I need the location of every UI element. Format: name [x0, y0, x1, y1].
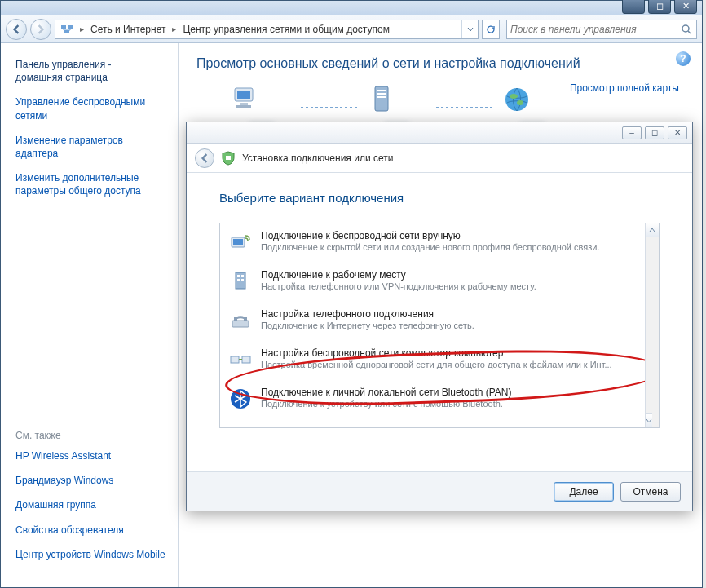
workplace-icon	[228, 269, 253, 294]
option-desc: Подключение к устройству или сети с помо…	[261, 399, 512, 409]
wizard-close-button[interactable]: ✕	[668, 126, 687, 139]
scroll-down-button[interactable]	[646, 413, 652, 427]
scroll-up-button[interactable]	[646, 223, 659, 237]
search-icon[interactable]	[680, 24, 693, 35]
sidebar-link-wireless[interactable]: Управление беспроводными сетями	[15, 95, 166, 122]
svg-rect-20	[241, 275, 244, 277]
back-button[interactable]	[6, 19, 27, 40]
internet-icon	[500, 82, 534, 117]
scrollbar[interactable]	[645, 223, 659, 427]
chevron-right-icon: ▸	[170, 24, 178, 33]
svg-rect-6	[240, 103, 248, 105]
svg-rect-0	[61, 25, 66, 29]
address-dropdown-button[interactable]	[461, 20, 478, 38]
svg-rect-10	[377, 93, 386, 95]
help-icon[interactable]: ?	[676, 51, 691, 66]
wizard-body: Выберите вариант подключения Подключение…	[187, 173, 692, 471]
option-title: Подключение к личной локальной сети Blue…	[261, 387, 512, 398]
option-workplace[interactable]: Подключение к рабочему месту Настройка т…	[220, 263, 659, 302]
see-also-browser-props[interactable]: Свойства обозревателя	[15, 524, 166, 537]
wizard-back-button[interactable]	[195, 148, 214, 168]
minimize-button[interactable]: –	[622, 0, 645, 14]
this-computer-icon	[229, 82, 263, 117]
svg-point-3	[682, 25, 689, 32]
breadcrumb-segment-1[interactable]: Сеть и Интернет	[86, 20, 170, 38]
option-manual-wireless[interactable]: Подключение к беспроводной сети вручную …	[220, 223, 659, 263]
sidebar-link-adapter[interactable]: Изменение параметров адаптера	[15, 134, 166, 160]
maximize-button[interactable]: ◻	[648, 0, 671, 14]
svg-point-13	[510, 94, 518, 99]
window-titlebar: – ◻ ✕	[1, 1, 702, 15]
phone-icon	[228, 308, 253, 333]
sidebar-link-sharing[interactable]: Изменить дополнительные параметры общего…	[15, 171, 166, 197]
svg-rect-9	[377, 90, 386, 91]
svg-rect-18	[236, 272, 245, 289]
search-input[interactable]	[510, 24, 680, 35]
option-title: Настройка беспроводной сети компьютер-ко…	[261, 347, 612, 359]
option-desc: Настройка телефонного или VPN-подключени…	[261, 281, 536, 291]
sidebar: Панель управления - домашняя страница Уп…	[1, 43, 179, 587]
svg-rect-26	[231, 356, 239, 363]
navigation-bar: ▸ Сеть и Интернет ▸ Центр управления сет…	[1, 15, 702, 43]
close-button[interactable]: ✕	[674, 0, 697, 14]
wizard-footer: Далее Отмена	[187, 471, 692, 511]
svg-rect-19	[237, 275, 240, 277]
network-icon	[364, 82, 399, 117]
option-adhoc[interactable]: Настройка беспроводной сети компьютер-ко…	[220, 341, 659, 380]
wizard-header-title: Установка подключения или сети	[242, 153, 393, 164]
svg-point-14	[517, 100, 523, 105]
page-heading: Просмотр основных сведений о сети и наст…	[196, 56, 684, 71]
search-box[interactable]	[506, 20, 697, 39]
svg-rect-23	[232, 321, 249, 327]
breadcrumb-label: Центр управления сетями и общим доступом	[183, 24, 390, 35]
shield-icon	[221, 151, 236, 166]
see-also-hp-wireless[interactable]: HP Wireless Assistant	[15, 449, 166, 462]
wizard-maximize-button[interactable]: ◻	[645, 126, 664, 139]
full-map-link[interactable]: Просмотр полной карты	[570, 82, 679, 94]
sidebar-home[interactable]: Панель управления - домашняя страница	[15, 58, 166, 84]
svg-rect-15	[226, 156, 231, 160]
svg-rect-5	[237, 91, 250, 99]
connection-option-list: Подключение к беспроводной сети вручную …	[219, 223, 660, 428]
connection-wizard-dialog: – ◻ ✕ Установка подключения или сети Выб…	[186, 122, 693, 511]
svg-point-12	[505, 88, 528, 111]
refresh-button[interactable]	[482, 20, 500, 39]
see-also-windows-mobile[interactable]: Центр устройств Windows Mobile	[15, 548, 166, 561]
wireless-icon	[228, 230, 253, 254]
svg-rect-7	[236, 105, 251, 108]
option-dialup[interactable]: Настройка телефонного подключения Подклю…	[220, 302, 659, 341]
option-desc: Подключение к Интернету через телефонную…	[261, 321, 474, 330]
breadcrumb-label: Сеть и Интернет	[90, 24, 165, 35]
option-desc: Настройка временной одноранговой сети дл…	[261, 360, 612, 369]
wizard-heading: Выберите вариант подключения	[219, 191, 660, 205]
svg-rect-24	[234, 317, 237, 321]
wizard-header: Установка подключения или сети	[187, 144, 692, 173]
option-bluetooth[interactable]: Подключение к личной локальной сети Blue…	[220, 380, 659, 419]
adhoc-icon	[228, 347, 253, 372]
breadcrumb-segment-2[interactable]: Центр управления сетями и общим доступом	[178, 20, 395, 38]
svg-rect-25	[244, 317, 247, 321]
cancel-button[interactable]: Отмена	[620, 482, 681, 502]
option-desc: Подключение к скрытой сети или создание …	[261, 242, 599, 252]
svg-rect-1	[68, 25, 73, 29]
option-title: Настройка телефонного подключения	[261, 308, 474, 320]
svg-rect-21	[237, 279, 240, 281]
see-also-header: См. также	[15, 430, 166, 441]
chevron-right-icon: ▸	[78, 24, 86, 33]
svg-rect-2	[64, 30, 69, 33]
wizard-minimize-button[interactable]: –	[622, 126, 642, 139]
address-icon[interactable]	[55, 20, 78, 38]
bluetooth-icon	[228, 387, 253, 411]
svg-rect-17	[233, 239, 243, 245]
option-title: Подключение к рабочему месту	[261, 269, 536, 281]
svg-rect-27	[242, 356, 250, 363]
see-also-firewall[interactable]: Брандмауэр Windows	[15, 474, 166, 487]
forward-button[interactable]	[30, 19, 51, 40]
see-also-homegroup[interactable]: Домашняя группа	[15, 498, 166, 511]
svg-rect-11	[377, 96, 386, 98]
next-button[interactable]: Далее	[554, 482, 614, 502]
svg-rect-22	[241, 279, 244, 281]
address-bar[interactable]: ▸ Сеть и Интернет ▸ Центр управления сет…	[55, 20, 479, 39]
option-title: Подключение к беспроводной сети вручную	[261, 230, 599, 241]
wizard-titlebar: – ◻ ✕	[187, 122, 692, 144]
